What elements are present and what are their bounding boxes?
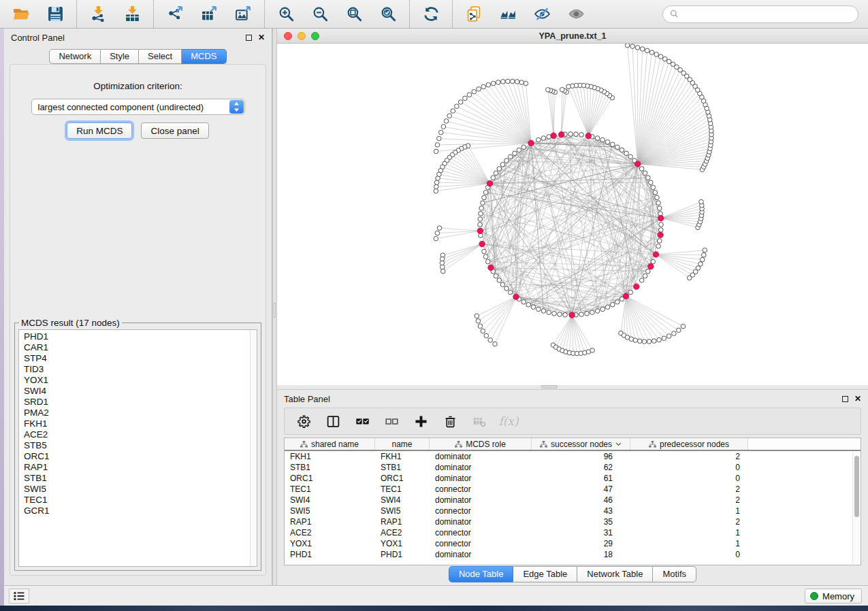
cell: connector (430, 484, 532, 495)
mcds-result-list: PHD1CAR1STP4TID3YOX1SWI4SRD1PMA2FKH1ACE2… (19, 330, 257, 516)
table-scrollbar[interactable] (852, 452, 860, 564)
tab-style[interactable]: Style (101, 49, 139, 64)
mcds-result-item[interactable]: PHD1 (24, 331, 257, 342)
table-row[interactable]: TEC1TEC1connector472 (285, 484, 861, 495)
cell: 29 (532, 538, 630, 549)
table-row[interactable]: FKH1FKH1dominator962 (285, 451, 861, 462)
column-header-successor-nodes[interactable]: successor nodes (532, 438, 630, 450)
mcds-result-item[interactable]: SWI5 (24, 484, 257, 495)
mcds-result-item[interactable]: GCR1 (24, 506, 257, 516)
mcds-result-item[interactable]: TEC1 (24, 495, 257, 506)
tab-mcds[interactable]: MCDS (182, 49, 226, 64)
table-row[interactable]: PHD1PHD1dominator180 (285, 549, 861, 560)
table-row[interactable]: SWI4SWI4dominator462 (285, 495, 861, 506)
mcds-result-item[interactable]: SRD1 (24, 397, 257, 408)
optimization-criterion-dropdown[interactable]: largest connected component (undirected) (31, 99, 245, 115)
tab-select[interactable]: Select (139, 49, 182, 64)
export-network-icon[interactable] (165, 4, 185, 24)
add-row-icon[interactable] (412, 412, 430, 430)
network-window-titlebar[interactable]: YPA_prune.txt_1 (277, 29, 868, 44)
close-panel-icon[interactable]: ✕ (258, 33, 265, 42)
network-graph[interactable] (277, 44, 868, 384)
export-table-icon[interactable] (199, 4, 219, 24)
splitter-grip[interactable] (274, 303, 276, 318)
mcds-result-item[interactable]: YOX1 (24, 375, 257, 386)
close-panel-button[interactable]: Close panel (141, 122, 208, 139)
mcds-result-item[interactable]: RAP1 (24, 462, 257, 473)
cell: 0 (630, 462, 748, 473)
column-header-MCDS-role[interactable]: MCDS role (430, 438, 532, 450)
mcds-result-item[interactable]: ORC1 (24, 451, 257, 462)
mcds-result-item[interactable]: CAR1 (24, 342, 257, 353)
maximize-window-icon[interactable] (311, 32, 319, 40)
mcds-result-item[interactable]: STB1 (24, 473, 257, 484)
mcds-result-scrollbar[interactable] (250, 330, 257, 566)
close-window-icon[interactable] (284, 32, 292, 40)
delete-row-icon[interactable] (441, 412, 459, 430)
cell: connector (430, 527, 532, 538)
mcds-result-item[interactable]: FKH1 (24, 418, 257, 429)
search-input[interactable] (683, 9, 852, 19)
cell: 2 (630, 516, 748, 527)
column-header-label: shared name (311, 440, 359, 449)
open-session-icon[interactable] (11, 4, 31, 24)
table-scrollbar-thumb[interactable] (854, 456, 859, 517)
run-mcds-button[interactable]: Run MCDS (67, 122, 132, 139)
float-panel-icon[interactable] (246, 35, 252, 41)
hide-selected-icon[interactable] (532, 4, 552, 24)
cell: PHD1 (375, 549, 430, 560)
search-box[interactable] (662, 5, 858, 23)
control-panel: Control Panel ✕ NetworkStyleSelectMCDS O… (4, 29, 272, 585)
settings-gear-icon[interactable] (295, 412, 312, 430)
column-header-name[interactable]: name (375, 438, 430, 450)
close-table-panel-icon[interactable]: ✕ (854, 395, 861, 403)
import-network-icon[interactable] (88, 4, 108, 24)
select-all-icon[interactable] (353, 412, 371, 430)
shared-column-icon (649, 441, 656, 448)
first-neighbors-icon[interactable] (498, 4, 518, 24)
mcds-result-item[interactable]: ACE2 (24, 429, 257, 440)
zoom-out-icon[interactable] (310, 4, 330, 24)
mcds-result-item[interactable]: TID3 (24, 364, 257, 375)
tab-edge-table[interactable]: Edge Table (513, 566, 577, 582)
cell: dominator (430, 462, 532, 473)
tab-network-table[interactable]: Network Table (577, 566, 653, 582)
show-all-icon[interactable] (566, 4, 586, 24)
zoom-fit-icon[interactable] (344, 4, 364, 24)
network-window: YPA_prune.txt_1 (277, 29, 868, 385)
zoom-selected-icon[interactable] (378, 4, 398, 24)
table-row[interactable]: STB1STB1dominator620 (285, 462, 861, 473)
column-header-shared-name[interactable]: shared name (285, 438, 375, 450)
save-session-icon[interactable] (45, 4, 65, 24)
cell: YOX1 (285, 538, 375, 549)
table-panel-splitter-grip[interactable] (541, 385, 558, 389)
clone-network-icon[interactable] (464, 4, 484, 24)
mcds-result-item[interactable]: STB5 (24, 440, 257, 451)
refresh-layout-icon[interactable] (421, 4, 441, 24)
table-row[interactable]: YOX1YOX1connector291 (285, 538, 861, 549)
network-canvas[interactable] (277, 44, 868, 384)
network-window-title: YPA_prune.txt_1 (277, 31, 868, 41)
export-image-icon[interactable] (233, 4, 253, 24)
task-history-button[interactable] (9, 589, 29, 604)
tab-node-table[interactable]: Node Table (449, 566, 514, 582)
mcds-result-item[interactable]: PMA2 (24, 408, 257, 418)
mcds-result-item[interactable]: SWI4 (24, 386, 257, 397)
zoom-in-icon[interactable] (276, 4, 296, 24)
tab-motifs[interactable]: Motifs (653, 566, 696, 582)
table-row[interactable]: ORC1ORC1dominator610 (285, 473, 861, 484)
memory-button[interactable]: Memory (805, 589, 862, 604)
minimize-window-icon[interactable] (298, 32, 306, 40)
tab-network[interactable]: Network (49, 49, 101, 64)
table-row[interactable]: SWI5SWI5connector431 (285, 506, 861, 516)
deselect-all-icon[interactable] (383, 412, 400, 430)
float-table-panel-icon[interactable] (842, 396, 848, 402)
import-table-icon[interactable] (122, 4, 142, 24)
column-header-predecessor-nodes[interactable]: predecessor nodes (630, 438, 748, 450)
mcds-result-item[interactable]: STP4 (24, 353, 257, 364)
cell: 47 (532, 484, 630, 495)
column-view-icon[interactable] (324, 412, 342, 430)
panel-splitter[interactable] (272, 29, 277, 585)
table-row[interactable]: RAP1RAP1dominator352 (285, 516, 861, 527)
table-row[interactable]: ACE2ACE2connector311 (285, 527, 861, 538)
